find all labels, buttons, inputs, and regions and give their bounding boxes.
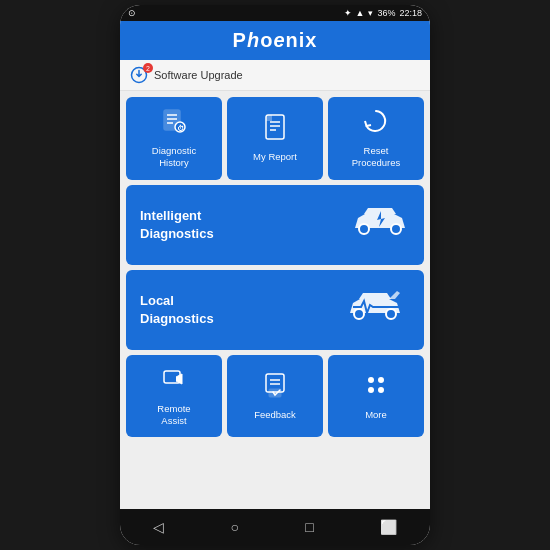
svg-point-24: [378, 387, 384, 393]
top-tiles-grid: ⏱ DiagnosticHistory My Report: [126, 97, 424, 180]
status-right: ✦ ▲ ▾ 36% 22:18: [344, 8, 422, 18]
intelligent-diagnostics-label: IntelligentDiagnostics: [140, 207, 214, 243]
bluetooth-icon: ✦: [344, 8, 352, 18]
svg-point-11: [359, 224, 369, 234]
upgrade-badge: 2: [143, 63, 153, 73]
upgrade-icon-container: 2: [130, 66, 148, 84]
more-icon: [362, 371, 390, 403]
tile-diagnostic-history[interactable]: ⏱ DiagnosticHistory: [126, 97, 222, 180]
phone-frame: ⊙ ✦ ▲ ▾ 36% 22:18 Phoenix 2 Software Upg…: [120, 5, 430, 545]
feedback-icon: [261, 371, 289, 403]
reset-procedures-icon: [362, 107, 390, 139]
nav-home-button[interactable]: ○: [220, 517, 248, 537]
feedback-label: Feedback: [254, 409, 296, 421]
tile-my-report[interactable]: My Report: [227, 97, 323, 180]
diagnostic-history-icon: ⏱: [160, 107, 188, 139]
upgrade-banner[interactable]: 2 Software Upgrade: [120, 60, 430, 91]
nav-screen-button[interactable]: ⬜: [370, 517, 407, 537]
status-bar: ⊙ ✦ ▲ ▾ 36% 22:18: [120, 5, 430, 21]
nav-back-button[interactable]: ◁: [143, 517, 174, 537]
app-header: Phoenix: [120, 21, 430, 60]
bottom-tiles-grid: RemoteAssist Feedback: [126, 355, 424, 438]
intelligent-diagnostics-icon: [350, 200, 410, 249]
sim-icon: ⊙: [128, 8, 136, 18]
tile-more[interactable]: More: [328, 355, 424, 438]
battery-text: 36%: [377, 8, 395, 18]
wifi-icon: ▾: [368, 8, 373, 18]
diagnostic-history-label: DiagnosticHistory: [152, 145, 196, 170]
app-title: Phoenix: [128, 29, 422, 52]
nav-recent-button[interactable]: □: [295, 517, 323, 537]
more-label: More: [365, 409, 387, 421]
tile-intelligent-diagnostics[interactable]: IntelligentDiagnostics: [126, 185, 424, 265]
main-content: ⏱ DiagnosticHistory My Report: [120, 91, 430, 509]
upgrade-label: Software Upgrade: [154, 69, 243, 81]
tile-feedback[interactable]: Feedback: [227, 355, 323, 438]
svg-point-12: [391, 224, 401, 234]
signal-icon: ▲: [356, 8, 365, 18]
svg-point-15: [386, 309, 396, 319]
nav-bar: ◁ ○ □ ⬜: [120, 509, 430, 545]
reset-procedures-label: ResetProcedures: [352, 145, 401, 170]
tile-remote-assist[interactable]: RemoteAssist: [126, 355, 222, 438]
svg-text:⏱: ⏱: [177, 124, 184, 132]
remote-assist-icon: [160, 365, 188, 397]
svg-point-23: [368, 387, 374, 393]
time-text: 22:18: [399, 8, 422, 18]
title-ph: Phoenix: [233, 29, 318, 51]
my-report-icon: [261, 113, 289, 145]
svg-point-21: [368, 377, 374, 383]
local-diagnostics-icon: [345, 285, 410, 334]
local-diagnostics-label: LocalDiagnostics: [140, 292, 214, 328]
svg-point-14: [354, 309, 364, 319]
tile-local-diagnostics[interactable]: LocalDiagnostics: [126, 270, 424, 350]
tile-reset-procedures[interactable]: ResetProcedures: [328, 97, 424, 180]
remote-assist-label: RemoteAssist: [157, 403, 190, 428]
my-report-label: My Report: [253, 151, 297, 163]
status-left: ⊙: [128, 8, 136, 18]
svg-point-22: [378, 377, 384, 383]
